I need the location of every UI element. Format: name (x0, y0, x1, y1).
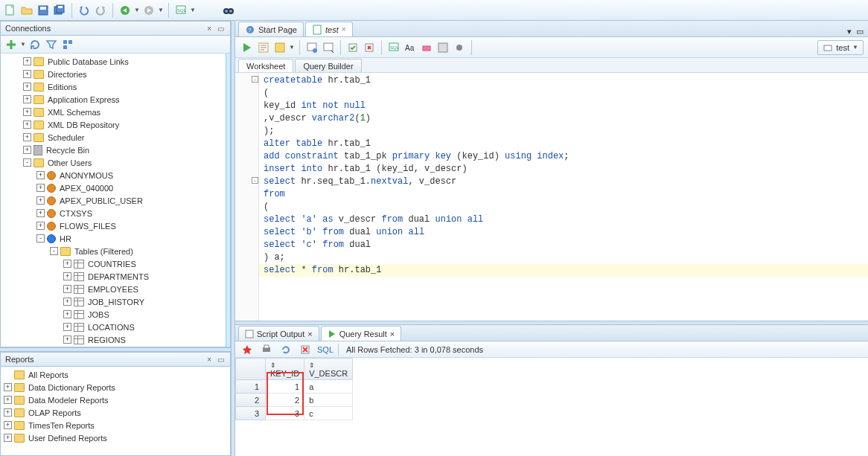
expand-toggle[interactable]: + (63, 285, 71, 293)
filter-tree-button[interactable] (44, 37, 59, 52)
redo-button[interactable] (93, 3, 108, 18)
panel-close-icon[interactable]: × (205, 25, 213, 33)
panel-minimize-icon[interactable]: ▭ (216, 25, 226, 33)
tree-node[interactable]: +Directories (1, 68, 230, 80)
sql-history-button[interactable] (435, 40, 450, 55)
tab-query-result[interactable]: Query Result × (321, 326, 402, 341)
back-dropdown[interactable]: ▼ (134, 7, 140, 13)
forward-button[interactable] (141, 3, 156, 18)
reports-close-icon[interactable]: × (205, 356, 213, 364)
tree-node[interactable]: +EMPLOYEES (1, 283, 230, 295)
expand-toggle[interactable]: + (23, 146, 31, 154)
expand-toggle[interactable]: + (23, 133, 31, 141)
expand-toggle[interactable]: - (23, 158, 31, 167)
expand-toggle[interactable]: + (4, 383, 12, 391)
expand-toggle[interactable]: + (23, 108, 31, 116)
tab-test[interactable]: test × (305, 22, 353, 36)
to-uppercase-button[interactable]: Aa (403, 40, 418, 55)
expand-toggle[interactable]: + (4, 434, 12, 442)
expand-tree-button[interactable] (60, 37, 75, 52)
table-row[interactable]: 11a (236, 380, 353, 394)
expand-toggle[interactable]: + (4, 421, 12, 429)
tree-scrollbar[interactable] (226, 54, 230, 347)
table-row[interactable]: 22b (236, 394, 353, 407)
tree-node[interactable]: +Editions (1, 80, 230, 93)
expand-toggle[interactable]: + (23, 83, 31, 91)
forward-dropdown[interactable]: ▼ (158, 7, 164, 13)
tree-node[interactable]: +DEPARTMENTS (1, 270, 230, 283)
expand-toggle[interactable]: + (23, 121, 31, 129)
expand-toggle[interactable]: + (4, 396, 12, 404)
tree-node[interactable]: +LOCATIONS (1, 321, 230, 333)
expand-toggle[interactable]: + (63, 310, 71, 318)
tree-node[interactable]: +REGIONS (1, 333, 230, 346)
expand-toggle[interactable]: - (36, 234, 45, 243)
tree-node[interactable]: +FLOWS_FILES (1, 219, 230, 232)
undo-button[interactable] (77, 3, 92, 18)
tree-node[interactable]: +Scheduler (1, 131, 230, 144)
expand-toggle[interactable]: + (63, 272, 71, 280)
expand-toggle[interactable]: + (36, 171, 45, 179)
expand-toggle[interactable]: + (23, 57, 31, 65)
refresh-result-button[interactable] (278, 342, 293, 357)
expand-toggle[interactable]: + (63, 298, 71, 306)
sql-worksheet-button[interactable]: SQL (173, 3, 188, 18)
connection-selector[interactable]: test ▼ (817, 40, 864, 55)
expand-toggle[interactable]: + (36, 196, 45, 205)
pin-result-button[interactable] (240, 342, 255, 357)
tree-node[interactable]: +JOB_HISTORY (1, 295, 230, 308)
tree-node[interactable]: -Tables (Filtered) (1, 245, 230, 257)
tree-node[interactable]: +XML DB Repository (1, 118, 230, 131)
back-button[interactable] (118, 3, 133, 18)
sql-dropdown[interactable]: ▼ (190, 7, 196, 13)
refresh-tree-button[interactable] (28, 37, 42, 52)
expand-toggle[interactable]: - (50, 247, 58, 255)
fold-toggle[interactable]: - (252, 76, 258, 83)
binoculars-button[interactable] (221, 3, 236, 18)
expand-toggle[interactable]: + (23, 95, 31, 103)
close-tab-icon[interactable]: × (342, 25, 346, 33)
sql-link[interactable]: SQL (317, 345, 334, 354)
code-editor[interactable]: -- createtable hr.tab_1(key_id int not n… (235, 73, 868, 321)
sql-tuning-button[interactable] (321, 40, 336, 55)
new-connection-button[interactable] (4, 37, 19, 52)
tab-script-output[interactable]: Script Output × (238, 326, 319, 341)
reports-minimize-icon[interactable]: ▭ (216, 356, 226, 364)
result-grid[interactable]: ⇕ KEY_ID ⇕ V_DESCR 11a22b33c (235, 358, 868, 456)
expand-toggle[interactable]: + (4, 408, 12, 417)
tree-node[interactable]: +Recycle Bin (1, 144, 230, 156)
tabs-list-icon[interactable]: ▾ (846, 27, 853, 36)
tree-node[interactable]: +COUNTRIES (1, 257, 230, 270)
connections-tree[interactable]: +Public Database Links+Directories+Editi… (1, 54, 230, 347)
tree-node[interactable]: All Reports (1, 368, 230, 381)
expand-toggle[interactable]: + (23, 70, 31, 78)
tree-node[interactable]: -Other Users (1, 156, 230, 169)
tree-node[interactable]: +Public Database Links (1, 55, 230, 68)
commit-button[interactable] (345, 40, 360, 55)
rollback-button[interactable] (362, 40, 377, 55)
maximize-editor-icon[interactable]: ▭ (855, 27, 865, 36)
expand-toggle[interactable]: + (36, 184, 45, 192)
table-row[interactable]: 33c (236, 407, 353, 420)
tree-node[interactable]: +Application Express (1, 93, 230, 106)
expand-toggle[interactable]: + (63, 260, 71, 268)
autotrace-button[interactable] (304, 40, 319, 55)
tab-start-page[interactable]: ? Start Page (238, 22, 304, 36)
unshared-worksheet-button[interactable]: SQL (386, 40, 401, 55)
expand-toggle[interactable]: + (63, 335, 71, 344)
tree-node[interactable]: +Data Dictionary Reports (1, 381, 230, 394)
tree-node[interactable]: +APEX_PUBLIC_USER (1, 194, 230, 207)
run-statement-button[interactable] (240, 40, 255, 55)
reports-tree[interactable]: All Reports+Data Dictionary Reports+Data… (1, 367, 230, 455)
tree-node[interactable]: +XML Schemas (1, 106, 230, 118)
save-button[interactable] (36, 3, 51, 18)
new-conn-dropdown[interactable]: ▼ (20, 41, 26, 48)
new-file-button[interactable] (3, 3, 18, 18)
run-script-button[interactable] (256, 40, 271, 55)
column-header[interactable]: ⇕ KEY_ID (266, 359, 304, 380)
column-header[interactable]: ⇕ V_DESCR (304, 359, 353, 380)
tree-node[interactable]: +Data Modeler Reports (1, 394, 230, 406)
save-all-button[interactable] (52, 3, 67, 18)
tree-node[interactable]: +ANONYMOUS (1, 169, 230, 182)
settings-button[interactable] (452, 40, 467, 55)
